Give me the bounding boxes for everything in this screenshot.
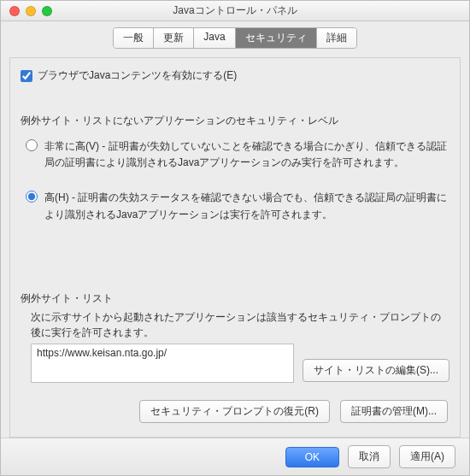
tab-update[interactable]: 更新 <box>154 28 194 48</box>
manage-certs-button[interactable]: 証明書の管理(M)... <box>340 400 448 423</box>
tab-advanced[interactable]: 詳細 <box>317 28 356 48</box>
tab-general[interactable]: 一般 <box>114 28 154 48</box>
cancel-button[interactable]: 取消 <box>348 445 391 468</box>
tabbar: 一般 更新 Java セキュリティ 詳細 <box>1 27 469 49</box>
exception-site-list[interactable]: https://www.keisan.nta.go.jp/ <box>31 344 294 383</box>
tab-security[interactable]: セキュリティ <box>236 28 317 48</box>
security-level-header: 例外サイト・リストにないアプリケーションのセキュリティ・レベル <box>21 114 449 128</box>
window-title: Javaコントロール・パネル <box>1 3 469 18</box>
security-level-group: 非常に高(V) - 証明書が失効していないことを確認できる場合にかぎり、信頼でき… <box>21 138 449 223</box>
radio-very-high[interactable] <box>26 139 38 151</box>
dialog-footer: OK 取消 適用(A) <box>1 438 469 475</box>
security-panel: ブラウザでJavaコンテンツを有効にする(E) 例外サイト・リストにないアプリケ… <box>9 57 461 438</box>
radio-high-label: 高(H) - 証明書の失効ステータスを確認できない場合でも、信頼できる認証局の証… <box>44 190 449 222</box>
radio-high[interactable] <box>26 191 38 203</box>
radio-high-row[interactable]: 高(H) - 証明書の失効ステータスを確認できない場合でも、信頼できる認証局の証… <box>21 190 449 222</box>
exception-list-header: 例外サイト・リスト <box>21 291 449 306</box>
radio-very-high-row[interactable]: 非常に高(V) - 証明書が失効していないことを確認できる場合にかぎり、信頼でき… <box>21 138 449 171</box>
radio-very-high-label: 非常に高(V) - 証明書が失効していないことを確認できる場合にかぎり、信頼でき… <box>44 138 449 171</box>
tab-java[interactable]: Java <box>194 28 235 48</box>
titlebar: Javaコントロール・パネル <box>1 1 469 21</box>
exception-list-desc: 次に示すサイトから起動されたアプリケーションは該当するセキュリティ・プロンプトの… <box>31 309 449 340</box>
apply-button[interactable]: 適用(A) <box>399 445 455 468</box>
edit-site-list-button[interactable]: サイト・リストの編集(S)... <box>303 359 449 382</box>
enable-browser-label: ブラウザでJavaコンテンツを有効にする(E) <box>38 68 237 83</box>
ok-button[interactable]: OK <box>285 447 339 467</box>
enable-browser-row[interactable]: ブラウザでJavaコンテンツを有効にする(E) <box>21 68 449 83</box>
enable-browser-checkbox[interactable] <box>21 70 32 82</box>
restore-prompts-button[interactable]: セキュリティ・プロンプトの復元(R) <box>139 400 330 423</box>
exception-site-item[interactable]: https://www.keisan.nta.go.jp/ <box>37 347 288 359</box>
